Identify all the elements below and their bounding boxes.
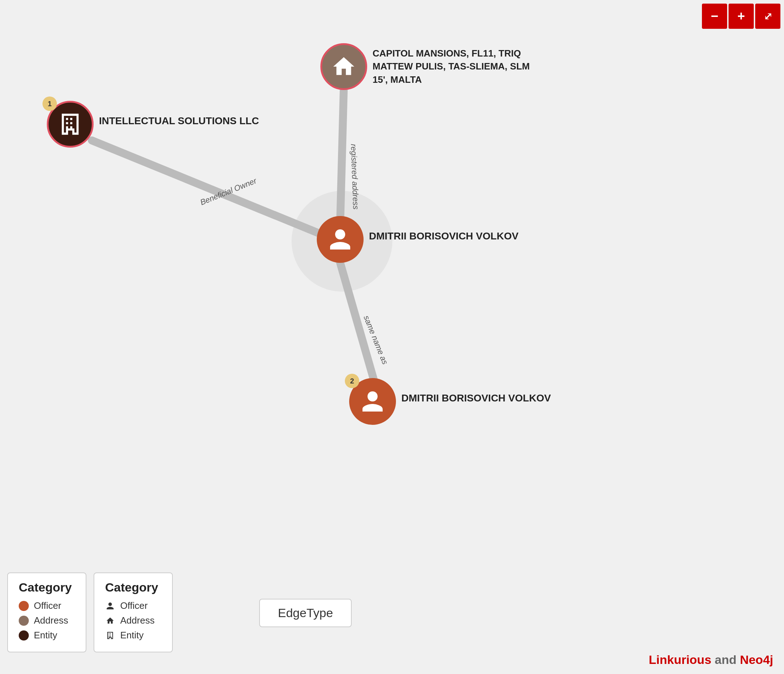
entity-node-label: INTELLECTUAL SOLUTIONS LLC [99, 115, 259, 127]
center-officer-label: DMITRII BORISOVICH VOLKOV [369, 230, 518, 242]
legend2-address: Address [105, 615, 161, 626]
legend2-officer-label: Officer [120, 600, 148, 611]
zoom-controls: − + ⤢ [702, 4, 780, 29]
legend1-address: Address [19, 615, 75, 626]
entity-badge: 1 [42, 97, 57, 111]
officer2-label: DMITRII BORISOVICH VOLKOV [401, 392, 551, 404]
fullscreen-button[interactable]: ⤢ [755, 4, 780, 29]
legend-home-icon [105, 616, 115, 626]
legend1-officer-label: Officer [34, 600, 61, 611]
address-dot [19, 616, 29, 626]
legend-person-icon [105, 601, 115, 611]
legend2-title: Category [105, 581, 161, 595]
edge-label-registered-address: registered address [349, 144, 360, 210]
legend-icon-box: Category Officer Address Ent [93, 573, 173, 652]
zoom-in-button[interactable]: + [728, 4, 754, 29]
node-center-officer[interactable]: DMITRII BORISOVICH VOLKOV [317, 216, 364, 263]
node-address[interactable]: CAPITOL MANSIONS, FL11, TRIQ MATTEW PULI… [320, 43, 367, 90]
legend2-entity: Entity [105, 630, 161, 641]
legend-container: Category Officer Address Entity Category… [7, 573, 173, 652]
officer2-badge: 2 [345, 374, 359, 388]
entity-dot [19, 630, 29, 641]
branding: Linkurious and Neo4j [649, 653, 773, 667]
person-icon [328, 227, 353, 252]
branding-neo4j: Neo4j [740, 653, 773, 666]
legend1-entity-label: Entity [34, 630, 57, 641]
graph-canvas: Beneficial Owner registered address same… [0, 0, 784, 540]
legend2-entity-label: Entity [120, 630, 144, 641]
edgetype-label: EdgeType [278, 606, 333, 620]
legend1-entity: Entity [19, 630, 75, 641]
branding-linkurious: Linkurious [649, 653, 711, 666]
home-icon [331, 54, 356, 79]
svg-line-0 [92, 140, 338, 241]
building-icon [58, 112, 83, 137]
person2-icon [360, 389, 385, 414]
legend2-officer: Officer [105, 600, 161, 611]
node-entity[interactable]: 1 INTELLECTUAL SOLUTIONS LLC [47, 101, 93, 148]
svg-line-1 [340, 88, 344, 223]
node-officer2[interactable]: 2 DMITRII BORISOVICH VOLKOV [349, 378, 396, 425]
legend1-officer: Officer [19, 600, 75, 611]
legend1-address-label: Address [34, 615, 68, 626]
legend-color-box: Category Officer Address Entity [7, 573, 86, 652]
zoom-out-button[interactable]: − [702, 4, 727, 29]
address-node-label: CAPITOL MANSIONS, FL11, TRIQ MATTEW PULI… [373, 47, 545, 86]
legend2-address-label: Address [120, 615, 154, 626]
edgetype-box: EdgeType [259, 599, 352, 627]
branding-and: and [711, 653, 740, 666]
legend1-title: Category [19, 581, 75, 595]
legend-building-icon [105, 630, 115, 641]
officer-dot [19, 601, 29, 611]
